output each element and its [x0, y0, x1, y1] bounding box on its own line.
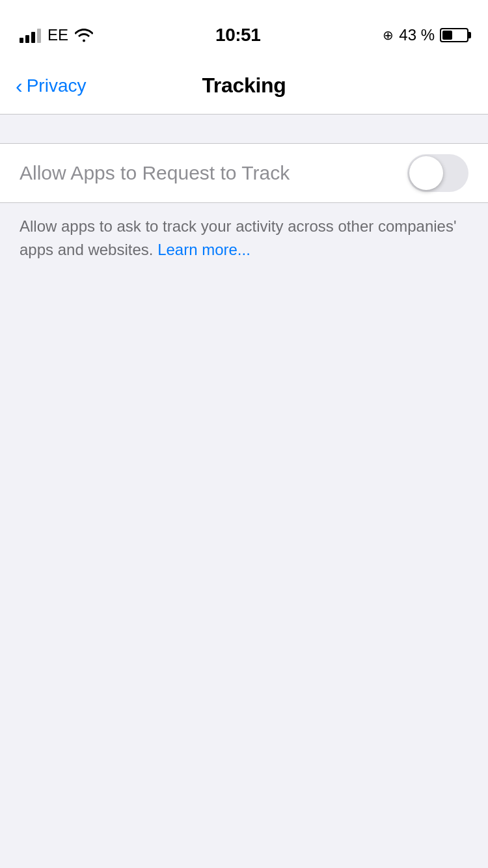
- battery-percent: 43 %: [399, 26, 435, 44]
- status-bar: EE 10:51 ⊕ 43 %: [0, 0, 488, 57]
- battery-icon: [440, 28, 468, 42]
- signal-bar-2: [25, 35, 29, 43]
- allow-tracking-row: Allow Apps to Request to Track: [0, 144, 488, 202]
- signal-bar-1: [20, 38, 23, 43]
- signal-bar-4: [37, 29, 41, 43]
- status-left: EE: [20, 26, 93, 44]
- status-right: ⊕ 43 %: [383, 26, 468, 44]
- page-title: Tracking: [202, 74, 286, 98]
- status-time: 10:51: [215, 25, 260, 46]
- back-button[interactable]: ‹ Privacy: [16, 75, 86, 96]
- signal-bars-icon: [20, 27, 41, 43]
- settings-section: Allow Apps to Request to Track: [0, 143, 488, 203]
- top-spacer: [0, 115, 488, 143]
- allow-tracking-label: Allow Apps to Request to Track: [20, 162, 407, 184]
- battery-fill: [442, 31, 452, 40]
- allow-tracking-toggle[interactable]: [407, 154, 468, 192]
- learn-more-link[interactable]: Learn more...: [157, 241, 251, 258]
- description-area: Allow apps to ask to track your activity…: [0, 203, 488, 277]
- toggle-knob: [409, 156, 443, 190]
- signal-bar-3: [31, 32, 35, 43]
- carrier-label: EE: [47, 26, 68, 44]
- location-icon: ⊕: [383, 27, 394, 43]
- main-content: [0, 277, 488, 863]
- back-chevron-icon: ‹: [16, 75, 23, 96]
- description-text: Allow apps to ask to track your activity…: [20, 217, 457, 258]
- wifi-icon: [75, 28, 93, 42]
- back-label: Privacy: [27, 75, 87, 96]
- navigation-bar: ‹ Privacy Tracking: [0, 57, 488, 115]
